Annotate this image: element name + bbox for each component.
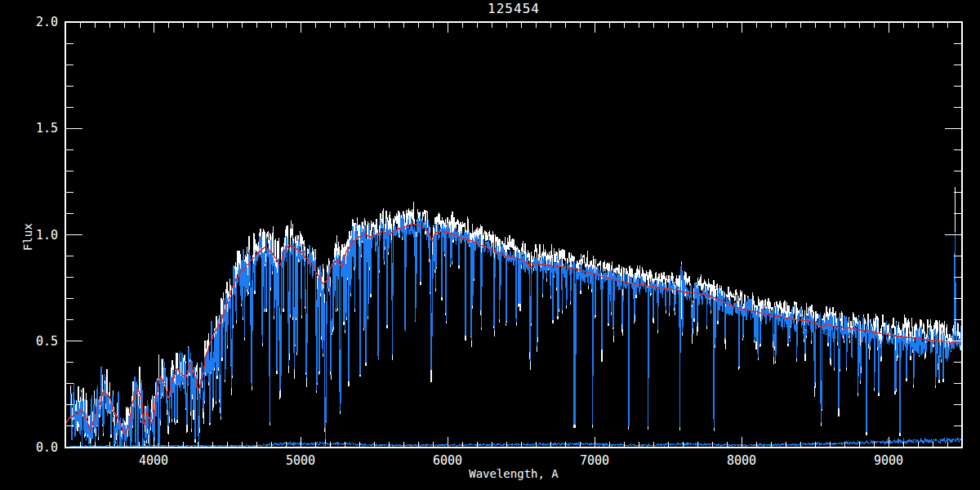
error-spectrum xyxy=(70,439,961,447)
spectrum-plot-canvas: 4000500060007000800090000.00.51.01.52.0 xyxy=(0,0,980,490)
y-tick-label: 1.5 xyxy=(36,121,58,136)
y-axis-label: Flux xyxy=(21,223,34,251)
x-tick-label: 5000 xyxy=(286,453,315,468)
x-axis-label: Wavelength, A xyxy=(65,467,962,480)
spectrum-plot-window: 125454 4000500060007000800090000.00.51.0… xyxy=(0,0,980,490)
y-tick-label: 0.5 xyxy=(36,334,58,349)
y-tick-label: 1.0 xyxy=(36,228,58,243)
x-tick-label: 9000 xyxy=(874,453,903,468)
x-tick-label: 4000 xyxy=(139,453,168,468)
x-tick-label: 6000 xyxy=(433,453,462,468)
y-tick-label: 2.0 xyxy=(36,15,58,29)
x-tick-label: 8000 xyxy=(727,453,756,468)
x-tick-label: 7000 xyxy=(580,453,609,468)
y-tick-label: 0.0 xyxy=(36,440,58,455)
